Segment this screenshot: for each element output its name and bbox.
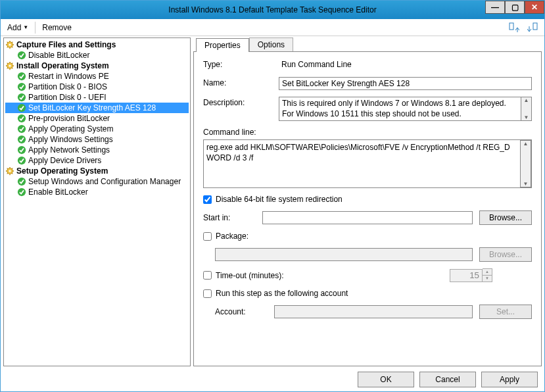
tree-item-label: Partition Disk 0 - UEFI: [28, 93, 107, 102]
add-menu[interactable]: Add ▼: [5, 22, 31, 34]
name-label: Name:: [203, 77, 272, 87]
move-down-button[interactable]: [525, 21, 540, 34]
footer: OK Cancel Apply: [1, 368, 544, 391]
tree-item[interactable]: Apply Network Settings: [5, 145, 189, 155]
move-up-button[interactable]: [506, 21, 522, 34]
svg-line-23: [7, 68, 8, 68]
tree-item-label: Apply Network Settings: [28, 145, 110, 155]
tree-item[interactable]: Setup Windows and Configuration Manager: [5, 176, 189, 187]
package-checkbox[interactable]: [203, 232, 212, 241]
check-circle-icon: [17, 145, 26, 155]
name-input[interactable]: [279, 77, 532, 90]
tab-content: Type: Run Command Line Name: Description…: [193, 51, 542, 366]
tree-item-label: Restart in Windows PE: [28, 72, 109, 81]
remove-label: Remove: [42, 23, 72, 32]
disable64-checkbox[interactable]: [203, 195, 212, 204]
tree-item[interactable]: Restart in Windows PE: [5, 71, 189, 82]
tree-item[interactable]: Enable BitLocker: [5, 187, 189, 197]
timeout-spinner-buttons: ▲▼: [483, 268, 492, 282]
type-value: Run Command Line: [279, 59, 532, 70]
commandline-label: Command line:: [203, 128, 532, 137]
tree-item[interactable]: Pre-provision BitLocker: [5, 113, 189, 124]
maximize-button[interactable]: ▢: [505, 1, 525, 14]
scroll-down-icon[interactable]: ▼: [524, 114, 529, 120]
commandline-input[interactable]: reg.exe add HKLM\SOFTWARE\Policies\Micro…: [204, 140, 520, 187]
cancel-button[interactable]: Cancel: [419, 372, 476, 387]
svg-line-13: [12, 42, 12, 43]
tab-properties[interactable]: Properties: [196, 38, 249, 52]
description-scrollbar[interactable]: ▲▼: [521, 97, 532, 121]
toolbar: Add ▼ Remove: [1, 19, 544, 36]
tree-item[interactable]: Partition Disk 0 - UEFI: [5, 92, 189, 103]
timeout-row: Time-out (minutes): ▲▼: [203, 268, 532, 282]
minimize-button[interactable]: —: [485, 1, 505, 14]
check-circle-icon: [17, 156, 26, 165]
runas-label: Run this step as the following account: [216, 289, 348, 298]
svg-line-43: [12, 168, 12, 169]
apply-button[interactable]: Apply: [481, 372, 538, 387]
tree-item[interactable]: Partition Disk 0 - BIOS: [5, 82, 189, 92]
svg-line-42: [7, 173, 8, 174]
description-wrapper: This is required only if Windows 7 or Wi…: [279, 97, 532, 121]
titlebar: Install Windows 8.1 Default Template Tas…: [1, 1, 544, 19]
svg-rect-0: [509, 23, 513, 30]
tree-group[interactable]: Capture Files and Settings: [5, 39, 189, 50]
disable64-label: Disable 64-bit file system redirection: [216, 195, 343, 204]
check-circle-icon: [17, 177, 26, 186]
svg-line-12: [7, 47, 8, 47]
tree-item-label: Disable BitLocker: [28, 51, 89, 60]
add-label: Add: [7, 23, 21, 32]
tree-item[interactable]: Apply Device Drivers: [5, 155, 189, 166]
tree-group[interactable]: Setup Operating System: [5, 166, 189, 176]
commandline-scrollbar[interactable]: ▲▼: [520, 140, 531, 187]
type-label: Type:: [203, 59, 272, 69]
timeout-checkbox[interactable]: [203, 271, 212, 280]
startin-browse-button[interactable]: Browse...: [479, 210, 532, 225]
tree-item[interactable]: Set BitLocker Key Strength AES 128: [5, 103, 189, 113]
tree-item-label: Pre-provision BitLocker: [28, 114, 110, 123]
set-account-button: Set...: [479, 305, 532, 319]
account-row: Account: Set...: [215, 305, 532, 319]
tree-item[interactable]: Disable BitLocker: [5, 50, 189, 61]
gear-icon: [5, 40, 14, 49]
tree-group[interactable]: Install Operating System: [5, 61, 189, 71]
description-label: Description:: [203, 97, 272, 107]
startin-input[interactable]: [262, 211, 473, 224]
check-circle-icon: [17, 51, 26, 60]
close-button[interactable]: ✕: [525, 1, 544, 14]
tree-item[interactable]: Apply Windows Settings: [5, 134, 189, 145]
check-circle-icon: [17, 103, 26, 112]
scroll-up-icon[interactable]: ▲: [523, 141, 529, 147]
scroll-down-icon[interactable]: ▼: [523, 181, 529, 187]
runas-checkbox[interactable]: [203, 289, 212, 298]
check-circle-icon: [17, 93, 26, 102]
account-label: Account:: [215, 307, 268, 316]
startin-label: Start in:: [203, 213, 256, 222]
task-tree[interactable]: Capture Files and SettingsDisable BitLoc…: [3, 37, 191, 366]
ok-button[interactable]: OK: [358, 372, 414, 387]
timeout-spinner: ▲▼: [450, 268, 492, 282]
package-label: Package:: [216, 232, 249, 241]
tab-row: Properties Options: [193, 37, 542, 51]
tab-options[interactable]: Options: [249, 37, 293, 51]
startin-row: Start in: Browse...: [203, 210, 532, 225]
check-circle-icon: [17, 187, 26, 197]
svg-line-22: [12, 68, 12, 68]
package-row: Browse...: [215, 247, 532, 262]
tree-item-label: Apply Device Drivers: [28, 156, 101, 165]
package-check-row: Package:: [203, 232, 532, 241]
svg-line-41: [12, 173, 12, 174]
tree-item-label: Apply Windows Settings: [28, 135, 113, 144]
titlebar-buttons: — ▢ ✕: [485, 1, 544, 14]
description-input[interactable]: This is required only if Windows 7 or Wi…: [279, 97, 521, 121]
tree-item[interactable]: Apply Operating System: [5, 124, 189, 134]
remove-button[interactable]: Remove: [39, 22, 74, 34]
svg-line-21: [7, 63, 8, 64]
check-circle-icon: [17, 72, 26, 81]
svg-line-24: [12, 63, 12, 64]
tree-group-label: Capture Files and Settings: [16, 40, 116, 49]
details-panel: Properties Options Type: Run Command Lin…: [193, 37, 542, 366]
svg-line-40: [7, 168, 8, 169]
tree-item-label: Setup Windows and Configuration Manager: [28, 177, 181, 186]
scroll-up-icon[interactable]: ▲: [524, 97, 529, 103]
